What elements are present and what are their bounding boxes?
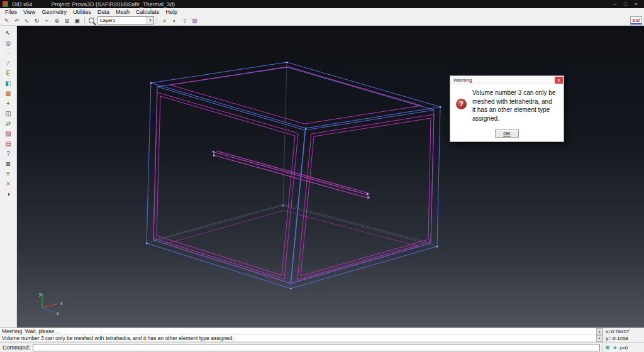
axis-label-x: x	[60, 301, 63, 305]
axis-label-z: z	[57, 311, 59, 316]
main-toolbar: ✎↶∿↻+⊕⊞▣ Layer1 ▼ ≡◐?▥ GiD	[0, 16, 644, 26]
toolbar-separator	[157, 17, 157, 25]
zoom-frame-icon[interactable]: ⊞	[62, 16, 72, 25]
menu-item[interactable]: Mesh	[113, 8, 133, 16]
conditions-icon[interactable]: ▤	[3, 139, 13, 148]
command-bar: Command:	[0, 342, 602, 352]
layer-select[interactable]: Layer1 ▼	[97, 16, 154, 25]
command-input[interactable]	[33, 344, 600, 351]
volume-tool-icon[interactable]: ◫	[3, 109, 13, 118]
new-project-icon[interactable]: ✎	[2, 16, 11, 25]
add-point-icon[interactable]: +	[3, 99, 13, 108]
warning-message: Volume number 3 can only be meshed with …	[472, 89, 557, 123]
grid-table-icon[interactable]: ▦	[3, 89, 13, 98]
warning-dialog-footer: OK	[450, 124, 564, 141]
gid-logo-button[interactable]: GiD	[630, 16, 642, 25]
menu-item[interactable]: Geometry	[38, 8, 70, 16]
status-line-2: Volume number 3 can only be meshed with …	[0, 335, 596, 342]
menu-item[interactable]: Files	[2, 8, 20, 16]
titlebar: GiD x64 Project: Prova3D (SAFiR2016\Safi…	[0, 0, 644, 8]
warning-dialog-titlebar[interactable]: Warning x	[450, 76, 564, 84]
close-button[interactable]: ×	[631, 0, 641, 8]
search-layers-icon[interactable]	[89, 18, 94, 23]
app-icon	[3, 1, 8, 7]
zoom-in-icon[interactable]: ⊕	[52, 16, 62, 25]
scroll-up-icon[interactable]: ▲	[596, 328, 602, 335]
coordinate-y: y=-0.1058	[602, 335, 644, 342]
menu-item[interactable]: Help	[162, 8, 180, 16]
undo-icon[interactable]: ↶	[12, 16, 21, 25]
axis-triad: y x z	[33, 291, 65, 319]
warning-dialog: Warning x ? Volume number 3 can only be …	[450, 75, 564, 142]
status-line-1: Meshing. Wait, please...	[0, 328, 596, 335]
line-tool-icon[interactable]: ∕	[3, 58, 13, 68]
materials-icon[interactable]: ▨	[3, 129, 13, 138]
question-tool-icon[interactable]: ?	[3, 149, 13, 158]
layers-icon[interactable]: ≡	[160, 16, 169, 25]
layers-panel-icon[interactable]: ≡	[3, 169, 13, 179]
menu-item[interactable]: View	[20, 8, 38, 16]
status-area: Meshing. Wait, please... ▲ x=0.76407 Vol…	[0, 327, 644, 352]
warning-question-icon: ?	[456, 99, 467, 109]
status-grid-icon[interactable]: ▦	[604, 344, 611, 351]
project-title: Project: Prova3D (SAFiR2016\Safir_Therma…	[52, 1, 175, 8]
curves-icon[interactable]: ∿	[22, 16, 31, 25]
toggle-panel-icon[interactable]: ▥	[190, 16, 199, 25]
menu-item[interactable]: Utilities	[70, 8, 94, 16]
toolbar-group-left: ✎↶∿↻+⊕⊞▣	[2, 16, 82, 25]
snapshot-icon[interactable]: ▣	[72, 16, 82, 25]
dialog-close-icon[interactable]: x	[555, 77, 563, 84]
left-toolbar: ↖◎·∕E◧▦+◫⇄▨▤?≣≡×◑	[0, 26, 17, 327]
render-mode-icon[interactable]: ◑	[3, 189, 13, 199]
move-tool-icon[interactable]: ⇄	[3, 119, 13, 128]
list-tool-icon[interactable]: ≣	[3, 159, 13, 168]
axis-label-y: y	[39, 292, 42, 297]
wireframe-model	[17, 26, 643, 327]
pan-icon[interactable]: +	[42, 16, 52, 25]
viewport-3d[interactable]: y x z Warning x ? Volume number 3 can on…	[17, 26, 644, 327]
command-label: Command:	[3, 344, 30, 351]
scroll-down-icon[interactable]: ▼	[596, 335, 602, 342]
help-icon[interactable]: ?	[180, 16, 189, 25]
menu-bar: FilesViewGeometryUtilitiesDataMeshCalcul…	[0, 8, 644, 16]
coordinate-x: x=0.76407	[602, 328, 644, 335]
coordinate-z-row: ▦ ◈ z=0	[602, 342, 644, 352]
main-area: ↖◎·∕E◧▦+◫⇄▨▤?≣≡×◑	[0, 26, 644, 327]
window-controls: – □ ×	[609, 0, 641, 8]
delete-tool-icon[interactable]: ×	[3, 179, 13, 189]
coordinate-z: z=0	[619, 345, 628, 351]
status-axes-icon[interactable]: ◈	[612, 344, 618, 351]
maximize-button[interactable]: □	[620, 0, 631, 8]
select-arrow-icon[interactable]: ↖	[3, 28, 13, 38]
elements-tool-icon[interactable]: E	[3, 69, 13, 78]
point-tool-icon[interactable]: ·	[3, 48, 13, 58]
zoom-tool-icon[interactable]: ◎	[3, 38, 13, 48]
ok-button[interactable]: OK	[495, 129, 519, 138]
chevron-down-icon: ▼	[147, 17, 153, 24]
app-title: GiD x64	[12, 1, 33, 8]
minimize-button[interactable]: –	[609, 0, 620, 8]
surface-tool-icon[interactable]: ◧	[3, 79, 13, 88]
menu-item[interactable]: Data	[94, 8, 113, 16]
toolbar-separator	[84, 17, 85, 25]
rotate-view-icon[interactable]: ↻	[32, 16, 42, 25]
layer-select-value: Layer1	[100, 18, 115, 23]
toolbar-group-right: ≡◐?▥	[160, 16, 199, 25]
menu-item[interactable]: Calculate	[133, 8, 163, 16]
warning-dialog-title: Warning	[453, 77, 472, 83]
view-mode-icon[interactable]: ◐	[170, 16, 179, 25]
warning-dialog-body: ? Volume number 3 can only be meshed wit…	[450, 84, 564, 124]
